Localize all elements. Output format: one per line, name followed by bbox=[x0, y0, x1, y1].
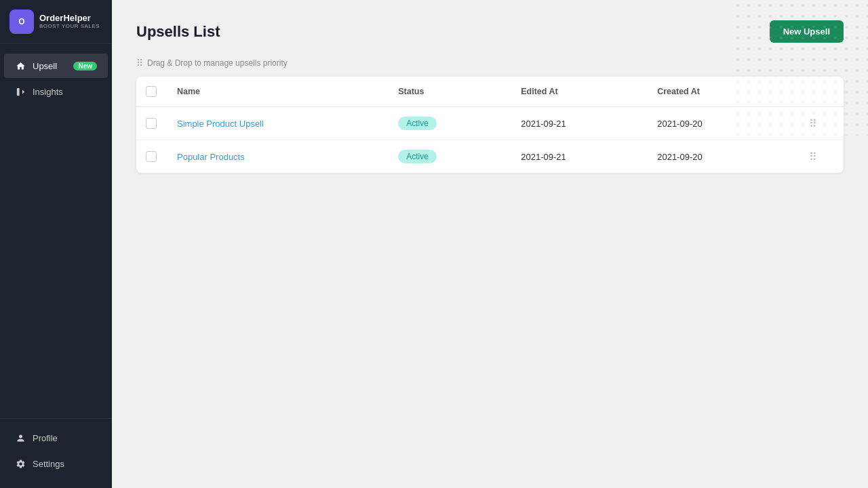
row-created-at-1: 2021-09-20 bbox=[657, 152, 703, 162]
row-name-cell: Popular Products bbox=[166, 140, 387, 174]
select-all-checkbox[interactable] bbox=[146, 86, 157, 97]
table-header-checkbox-cell bbox=[136, 77, 166, 107]
row-edited-at-0: 2021-09-21 bbox=[521, 119, 566, 129]
sidebar-item-insights-label: Insights bbox=[33, 87, 63, 97]
logo-text: OrderHelper Boost Your Sales bbox=[39, 14, 100, 29]
table-row: Popular Products Active 2021-09-21 2021-… bbox=[136, 140, 844, 174]
gear-icon bbox=[15, 458, 26, 469]
table-header-edited-at: Edited At bbox=[510, 77, 646, 107]
row-drag-handle-1[interactable]: ⠿ bbox=[793, 150, 833, 163]
upsells-table: Name Status Edited At Created At Simple … bbox=[136, 77, 844, 173]
page-title: Upsells List bbox=[136, 23, 220, 41]
sidebar-item-settings[interactable]: Settings bbox=[4, 451, 108, 476]
row-status-cell: Active bbox=[387, 140, 510, 174]
table-header-row: Name Status Edited At Created At bbox=[136, 77, 844, 107]
row-drag-cell: ⠿ bbox=[783, 107, 844, 140]
table-header-name: Name bbox=[166, 77, 387, 107]
table-row: Simple Product Upsell Active 2021-09-21 … bbox=[136, 107, 844, 140]
row-edited-at-cell: 2021-09-21 bbox=[510, 107, 646, 140]
table-header-status: Status bbox=[387, 77, 510, 107]
sidebar-item-settings-label: Settings bbox=[33, 459, 64, 469]
drag-hint: ⠿ Drag & Drop to manage upsells priority bbox=[136, 58, 844, 68]
sidebar-item-profile[interactable]: Profile bbox=[4, 426, 108, 450]
row-name-link-0[interactable]: Simple Product Upsell bbox=[177, 119, 264, 129]
person-icon bbox=[15, 432, 26, 443]
drag-dots-icon: ⠿ bbox=[136, 58, 143, 68]
row-status-cell: Active bbox=[387, 107, 510, 140]
upsells-table-container: Name Status Edited At Created At Simple … bbox=[136, 77, 844, 173]
sidebar-item-upsell-label: Upsell bbox=[33, 61, 57, 71]
logo-tagline: Boost Your Sales bbox=[39, 24, 100, 30]
table-header-actions bbox=[783, 77, 844, 107]
svg-text:O: O bbox=[18, 17, 24, 26]
new-upsell-button[interactable]: New Upsell bbox=[770, 20, 844, 43]
main-content-area: Upsells List New Upsell ⠿ Drag & Drop to… bbox=[112, 0, 868, 488]
row-name-link-1[interactable]: Popular Products bbox=[177, 152, 245, 162]
row-created-at-cell: 2021-09-20 bbox=[646, 140, 783, 174]
row-drag-cell: ⠿ bbox=[783, 140, 844, 174]
page-header: Upsells List New Upsell bbox=[136, 20, 844, 43]
row-status-badge-0: Active bbox=[398, 117, 437, 130]
row-checkbox-cell bbox=[136, 107, 166, 140]
table-header-created-at: Created At bbox=[646, 77, 783, 107]
home-icon bbox=[15, 60, 26, 71]
row-status-badge-1: Active bbox=[398, 150, 437, 163]
sidebar-item-upsell[interactable]: Upsell New bbox=[4, 54, 108, 78]
row-checkbox-0[interactable] bbox=[146, 118, 157, 129]
row-created-at-cell: 2021-09-20 bbox=[646, 107, 783, 140]
drag-hint-text: Drag & Drop to manage upsells priority bbox=[147, 58, 288, 68]
row-drag-handle-0[interactable]: ⠿ bbox=[793, 117, 833, 130]
row-edited-at-1: 2021-09-21 bbox=[521, 152, 566, 162]
logo-icon: O bbox=[9, 9, 34, 34]
sidebar-item-profile-label: Profile bbox=[33, 433, 58, 443]
sidebar-item-insights[interactable]: Insights bbox=[4, 79, 108, 104]
sidebar-bottom: Profile Settings bbox=[0, 418, 112, 488]
sidebar: O OrderHelper Boost Your Sales Upsell Ne… bbox=[0, 0, 112, 488]
row-name-cell: Simple Product Upsell bbox=[166, 107, 387, 140]
insights-icon bbox=[15, 86, 26, 97]
logo: O OrderHelper Boost Your Sales bbox=[0, 0, 112, 44]
row-checkbox-cell bbox=[136, 140, 166, 174]
row-edited-at-cell: 2021-09-21 bbox=[510, 140, 646, 174]
main-content: Upsells List New Upsell ⠿ Drag & Drop to… bbox=[112, 0, 868, 488]
upsell-badge: New bbox=[73, 62, 97, 70]
row-created-at-0: 2021-09-20 bbox=[657, 119, 703, 129]
sidebar-nav: Upsell New Insights bbox=[0, 44, 112, 418]
logo-name: OrderHelper bbox=[39, 14, 100, 23]
row-checkbox-1[interactable] bbox=[146, 151, 157, 162]
